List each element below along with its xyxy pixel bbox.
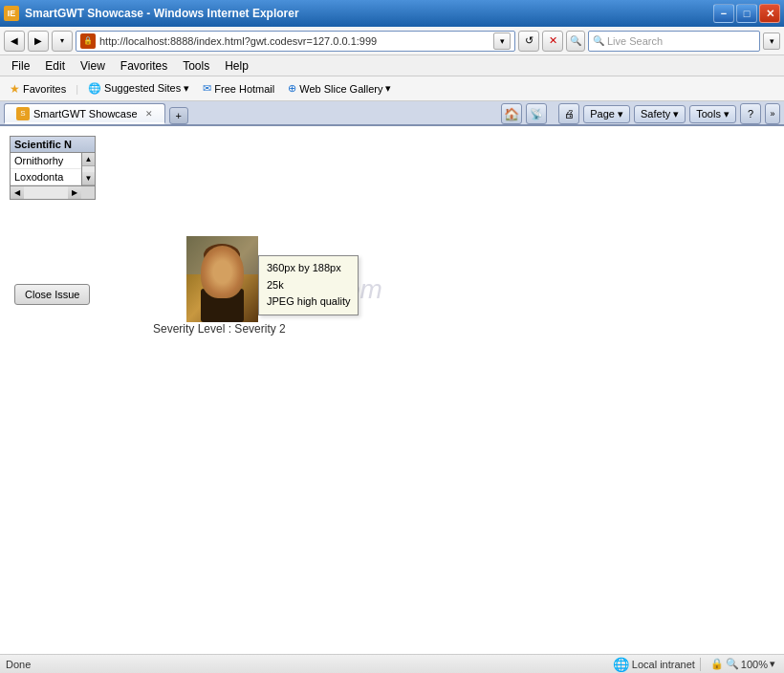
hotmail-label: Free Hotmail <box>214 83 274 95</box>
suggested-label: Suggested Sites ▾ <box>104 82 189 95</box>
zoom-icon: 🔍 <box>726 658 739 670</box>
favorites-label: Favorites <box>23 83 66 95</box>
menu-tools[interactable]: Tools <box>175 57 217 75</box>
web-slice-label: Web Slice Gallery <box>299 83 382 95</box>
list-rows: Ornithorhy Loxodonta <box>11 153 81 185</box>
search-container[interactable]: 🔍 Live Search <box>588 31 760 52</box>
svg-point-4 <box>208 263 235 290</box>
maximize-button[interactable]: □ <box>736 4 757 23</box>
window-title: SmartGWT Showcase - Windows Internet Exp… <box>25 7 713 20</box>
status-right: 🌐 Local intranet 🔒 🔍 100% ▾ <box>613 656 784 672</box>
window-controls: − □ ✕ <box>713 4 780 23</box>
feeds-button[interactable]: 📡 <box>526 103 547 124</box>
status-text: Done <box>0 659 613 670</box>
list-item[interactable]: Ornithorhy <box>11 153 81 169</box>
status-bar: Done 🌐 Local intranet 🔒 🔍 100% ▾ <box>0 654 784 673</box>
tab-close-icon[interactable]: ✕ <box>145 109 153 119</box>
severity-text: Severity Level : Severity 2 <box>153 322 286 336</box>
menu-view[interactable]: View <box>73 57 113 75</box>
zoom-control[interactable]: 🔒 🔍 100% ▾ <box>706 656 780 672</box>
svg-point-3 <box>205 249 239 291</box>
list-widget: Scientific N Ornithorhy Loxodonta ▲ ▼ ◀ … <box>10 136 96 200</box>
svg-rect-8 <box>201 289 244 322</box>
back-button[interactable]: ◀ <box>4 31 25 52</box>
browser-content: Scientific N Ornithorhy Loxodonta ▲ ▼ ◀ … <box>0 126 784 654</box>
hotmail-icon: ✉ <box>203 82 211 95</box>
tab-extras: 🏠 📡 🖨 Page ▾ Safety ▾ Tools ▾ ? » <box>501 103 780 124</box>
image-thumbnail[interactable] <box>186 236 258 322</box>
close-issue-button[interactable]: Close Issue <box>14 284 90 305</box>
web-slice-icon: ⊕ <box>288 82 296 95</box>
search-provider-button[interactable]: 🔍 <box>566 31 585 52</box>
status-divider <box>700 658 701 671</box>
svg-point-7 <box>226 265 231 269</box>
dropdown-history-button[interactable]: ▾ <box>52 31 73 52</box>
page-menu-button[interactable]: Page ▾ <box>583 105 630 123</box>
zoom-label: 100% <box>741 659 768 670</box>
list-widget-header: Scientific N <box>11 137 95 153</box>
svg-point-5 <box>204 244 240 267</box>
tab-bar: S SmartGWT Showcase ✕ + 🏠 📡 🖨 Page ▾ Saf… <box>0 101 784 126</box>
forward-button[interactable]: ▶ <box>28 31 49 52</box>
new-tab-button[interactable]: + <box>169 107 188 124</box>
search-submit-button[interactable]: ▾ <box>763 33 780 50</box>
list-horizontal-scrollbar[interactable]: ◀ ▶ <box>11 185 95 199</box>
print-button[interactable]: 🖨 <box>558 103 579 124</box>
minimize-button[interactable]: − <box>713 4 734 23</box>
separator-1: | <box>76 83 78 95</box>
address-input[interactable]: 🔒 http://localhost:8888/index.html?gwt.c… <box>76 31 515 52</box>
lock-icon: 🔒 <box>710 658 724 670</box>
close-button[interactable]: ✕ <box>759 4 780 23</box>
network-status: 🌐 Local intranet <box>613 657 695 672</box>
list-body: Ornithorhy Loxodonta ▲ ▼ <box>11 153 95 185</box>
address-dropdown-button[interactable]: ▾ <box>493 33 511 50</box>
tooltip-line1: 360px by 188px <box>267 260 350 277</box>
list-item[interactable]: Loxodonta <box>11 169 81 185</box>
menu-help[interactable]: Help <box>217 57 256 75</box>
address-bar: ◀ ▶ ▾ 🔒 http://localhost:8888/index.html… <box>0 27 784 55</box>
help-button[interactable]: ? <box>740 103 761 124</box>
zoom-dropdown-icon: ▾ <box>770 658 775 670</box>
star-icon: ★ <box>10 82 20 96</box>
suggested-icon: 🌐 <box>88 82 101 95</box>
web-slice-gallery-button[interactable]: ⊕ Web Slice Gallery ▾ <box>284 80 395 97</box>
scroll-right-button[interactable]: ▶ <box>68 186 81 199</box>
active-tab[interactable]: S SmartGWT Showcase ✕ <box>4 103 165 124</box>
menu-file[interactable]: File <box>4 57 37 75</box>
refresh-button[interactable]: ↺ <box>518 31 539 52</box>
tooltip-line2: 25k <box>267 277 350 294</box>
page-icon: 🔒 <box>80 33 96 49</box>
home-button[interactable]: 🏠 <box>501 103 522 124</box>
search-icon: 🔍 <box>593 35 604 46</box>
tab-label: SmartGWT Showcase <box>33 108 138 119</box>
list-vertical-scrollbar[interactable]: ▲ ▼ <box>81 153 95 185</box>
network-label: Local intranet <box>632 659 695 670</box>
search-placeholder-text: Live Search <box>607 35 755 47</box>
image-area: 360px by 188px 25k JPEG high quality <box>186 236 258 322</box>
image-tooltip: 360px by 188px 25k JPEG high quality <box>258 255 359 315</box>
menu-edit[interactable]: Edit <box>37 57 73 75</box>
title-bar: IE SmartGWT Showcase - Windows Internet … <box>0 0 784 27</box>
free-hotmail-button[interactable]: ✉ Free Hotmail <box>199 80 278 97</box>
address-text: http://localhost:8888/index.html?gwt.cod… <box>99 35 493 47</box>
tooltip-line3: JPEG high quality <box>267 293 350 311</box>
svg-point-6 <box>212 265 218 269</box>
safety-menu-button[interactable]: Safety ▾ <box>634 105 686 123</box>
stop-button[interactable]: ✕ <box>542 31 563 52</box>
tab-favicon: S <box>16 107 30 120</box>
web-slice-dropdown-icon: ▾ <box>385 82 391 95</box>
favorites-button[interactable]: ★ Favorites <box>6 80 70 98</box>
favorites-bar: ★ Favorites | 🌐 Suggested Sites ▾ ✉ Free… <box>0 76 784 101</box>
scroll-up-button[interactable]: ▲ <box>82 153 95 166</box>
scroll-corner <box>81 186 95 199</box>
svg-rect-2 <box>186 236 258 274</box>
scroll-left-button[interactable]: ◀ <box>11 186 24 199</box>
globe-icon: 🌐 <box>613 657 629 672</box>
scroll-down-button[interactable]: ▼ <box>82 172 95 185</box>
app-icon: IE <box>4 6 19 21</box>
menu-favorites[interactable]: Favorites <box>113 57 175 75</box>
scroll-track[interactable] <box>24 186 68 199</box>
extras-button[interactable]: » <box>765 103 780 124</box>
suggested-sites-button[interactable]: 🌐 Suggested Sites ▾ <box>84 80 193 97</box>
tools-menu-button[interactable]: Tools ▾ <box>689 105 736 123</box>
